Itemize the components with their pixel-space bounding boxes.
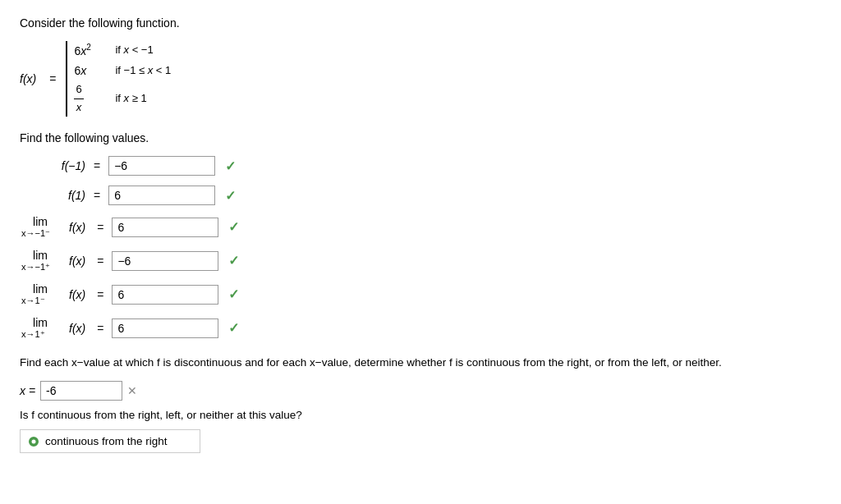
- piecewise-function: 6x2 if x < −1 6x if −1 ≤ x < 1 6 x if x …: [66, 41, 171, 117]
- x-input-row: x = ✕: [20, 381, 821, 401]
- f-1-input[interactable]: [108, 186, 215, 205]
- lim-neg1-minus-label: lim x→−1⁻: [20, 215, 61, 239]
- radio-circle-icon: [29, 437, 39, 447]
- lim-neg1-plus-check: ✓: [228, 253, 239, 268]
- lim-neg1-minus-input[interactable]: [112, 218, 218, 237]
- lim-1-minus-check: ✓: [228, 286, 239, 302]
- lim-neg1-plus-input[interactable]: [112, 251, 218, 271]
- x-input-label: x =: [20, 384, 35, 397]
- intro-text: Consider the following function.: [20, 16, 821, 30]
- piece-2: 6x if −1 ≤ x < 1: [74, 62, 171, 80]
- f-neg1-row: f(−1) = ✓: [20, 156, 821, 176]
- piece-3: 6 x if x ≥ 1: [74, 81, 171, 117]
- find-values-text: Find the following values.: [20, 131, 821, 144]
- lim-1-plus-input[interactable]: [112, 318, 218, 338]
- lim-1-minus-input[interactable]: [112, 285, 218, 305]
- x-value-input[interactable]: [40, 381, 122, 401]
- lim-neg1-minus-row: lim x→−1⁻ f(x) = ✓: [20, 215, 821, 239]
- continuous-question-text: Is f continuous from the right, left, or…: [20, 409, 821, 421]
- function-label: f(x): [20, 72, 36, 85]
- radio-label-text: continuous from the right: [45, 435, 168, 447]
- lim-neg1-minus-check: ✓: [228, 219, 239, 235]
- piece-1: 6x2 if x < −1: [74, 41, 171, 60]
- lim-1-plus-label: lim x→1⁺: [20, 316, 61, 340]
- f-neg1-check: ✓: [225, 158, 236, 174]
- discontinuous-text: Find each x−value at which f is disconti…: [20, 355, 821, 371]
- lim-1-plus-check: ✓: [228, 320, 239, 336]
- lim-1-minus-label: lim x→1⁻: [20, 282, 61, 306]
- x-clear-icon[interactable]: ✕: [127, 384, 137, 397]
- f-1-label: f(1): [20, 189, 85, 202]
- f-neg1-label: f(−1): [20, 159, 85, 172]
- lim-neg1-plus-label: lim x→−1⁺: [20, 249, 61, 273]
- lim-neg1-plus-row: lim x→−1⁺ f(x) = ✓: [20, 249, 821, 273]
- f-1-row: f(1) = ✓: [20, 186, 821, 205]
- radio-continuous-right[interactable]: continuous from the right: [20, 429, 200, 453]
- f-1-check: ✓: [225, 188, 236, 204]
- function-block: f(x) = 6x2 if x < −1 6x if −1 ≤ x < 1 6 …: [20, 41, 821, 117]
- lim-1-minus-row: lim x→1⁻ f(x) = ✓: [20, 282, 821, 306]
- f-neg1-input[interactable]: [108, 156, 215, 176]
- lim-1-plus-row: lim x→1⁺ f(x) = ✓: [20, 316, 821, 340]
